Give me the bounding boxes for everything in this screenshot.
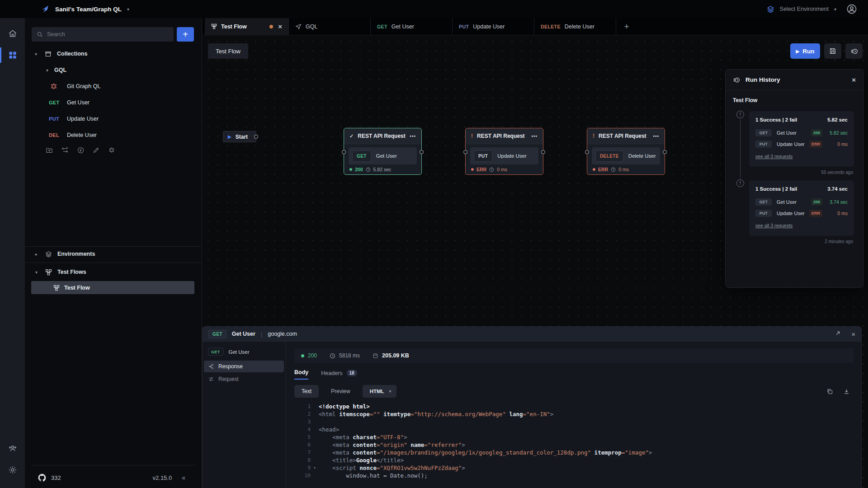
request-label: Delete User [67, 132, 97, 138]
layers-icon [45, 251, 52, 258]
lightning-icon[interactable] [77, 146, 85, 154]
home-nav-button[interactable] [0, 23, 25, 44]
flow-node-delete-user[interactable]: ! REST API Request ••• DELETE Delete Use… [587, 128, 665, 175]
new-tab-button[interactable]: + [616, 18, 637, 35]
status-code: 200 [355, 167, 363, 172]
node-menu-icon[interactable]: ••• [531, 134, 538, 139]
new-folder-icon[interactable] [46, 146, 53, 154]
method-badge: DELETE [541, 24, 561, 29]
save-button[interactable] [824, 43, 841, 59]
request-time: 0 ms [826, 141, 848, 147]
tab-headers[interactable]: Headers 18 [321, 370, 357, 380]
select-environment[interactable]: Select Environment [780, 6, 829, 12]
github-icon[interactable] [38, 473, 47, 482]
error-exclamation-icon: ! [593, 133, 594, 139]
tab-delete-user[interactable]: DELETE Delete User [534, 18, 616, 35]
output-port[interactable] [420, 150, 424, 154]
history-clock-icon [733, 76, 740, 84]
size-icon [373, 353, 378, 359]
run-entry-card[interactable]: 1 Success | 2 fail 3.74 sec GET Get User… [749, 180, 854, 236]
sidebar-item-test-flow[interactable]: Test Flow [31, 281, 194, 294]
status-code: ERR [598, 167, 608, 172]
github-stars[interactable]: 332 [51, 474, 61, 481]
see-all-requests-link[interactable]: see all 3 requests [755, 154, 793, 159]
tab-update-user[interactable]: PUT Update User [453, 18, 534, 35]
team-nav-button[interactable] [0, 437, 25, 459]
sidebar-item-collections[interactable]: ▾ Collections [25, 47, 202, 60]
nav-item-response[interactable]: Response [204, 361, 284, 372]
tab-label: Test Flow [221, 23, 247, 30]
status-badge: 200 [811, 198, 822, 206]
sidebar-item-delete-user[interactable]: DEL Delete User [25, 129, 202, 141]
request-name: Get User [777, 130, 797, 136]
input-port[interactable] [463, 150, 467, 154]
edit-icon[interactable] [93, 146, 100, 154]
view-controls: Text Preview HTML ▾ [294, 385, 854, 398]
timeline-marker: ! [736, 179, 744, 187]
format-dropdown[interactable]: HTML ▾ [363, 385, 396, 398]
node-request[interactable]: PUT Update User [470, 147, 538, 164]
duration: 0 ms [618, 167, 629, 172]
node-menu-icon[interactable]: ••• [410, 134, 416, 139]
close-panel-icon[interactable]: × [851, 330, 855, 338]
input-port[interactable] [342, 150, 346, 154]
close-icon[interactable]: × [852, 76, 856, 84]
run-button[interactable]: ▶ Run [790, 43, 820, 59]
expand-panel-icon[interactable] [834, 331, 840, 337]
sidebar-item-get-user[interactable]: GET Get User [25, 96, 202, 109]
add-button[interactable]: + [177, 27, 194, 42]
clock-icon [330, 353, 335, 359]
workspace-switcher[interactable]: Sanil's Team/Graph QL ▾ [0, 5, 129, 14]
settings-nav-button[interactable] [0, 459, 25, 481]
node-menu-icon[interactable]: ••• [653, 134, 659, 139]
sidebar-item-update-user[interactable]: PUT Update User [25, 113, 202, 125]
nav-request-header: GET Get User [204, 345, 284, 360]
start-node[interactable]: ▶ Start [223, 131, 256, 142]
tab-gql[interactable]: GQL [289, 18, 371, 35]
account-avatar[interactable] [846, 4, 857, 14]
main-area: Test Flow × GQL GET Get User PUT Update … [202, 18, 868, 488]
download-icon[interactable] [843, 388, 850, 395]
sidebar-item-environments[interactable]: ▸ Environments [25, 248, 202, 260]
collections-nav-button[interactable] [0, 44, 25, 66]
flow-icon [53, 285, 60, 291]
flow-node-get-user[interactable]: ✓ REST API Request ••• GET Get User 200 [344, 128, 422, 175]
run-entry-card[interactable]: 1 Success | 2 fail 5.82 sec GET Get User… [749, 111, 854, 167]
node-request[interactable]: GET Get User [349, 147, 417, 164]
output-port[interactable] [541, 150, 545, 154]
hexagram-settings-icon[interactable] [108, 146, 115, 154]
request-name: Update User [777, 141, 805, 147]
node-title: REST API Request [358, 133, 406, 139]
nav-item-request[interactable]: Request [204, 373, 284, 385]
flow-node-update-user[interactable]: ! REST API Request ••• PUT Update User E… [465, 128, 543, 175]
node-request[interactable]: DELETE Delete User [592, 147, 660, 164]
see-all-requests-link[interactable]: see all 3 requests [755, 223, 793, 228]
tab-get-user[interactable]: GET Get User [371, 18, 453, 35]
run-total-time: 5.82 sec [827, 117, 848, 122]
run-history-button[interactable] [845, 43, 863, 59]
code-area[interactable]: 1<!doctype html>2<html itemscope="" item… [294, 403, 854, 488]
view-preview-button[interactable]: Preview [331, 388, 350, 394]
request-name: Delete User [628, 153, 656, 159]
tab-body[interactable]: Body [294, 369, 308, 380]
copy-icon[interactable] [826, 388, 833, 395]
play-icon: ▶ [228, 134, 231, 139]
run-sequence-icon[interactable] [61, 146, 69, 154]
tab-test-flow[interactable]: Test Flow × [205, 18, 289, 35]
collection-box-icon [45, 51, 52, 57]
run-total-time: 3.74 sec [827, 186, 848, 192]
view-text-button[interactable]: Text [294, 385, 319, 398]
input-port[interactable] [585, 150, 589, 154]
tab-bar: Test Flow × GQL GET Get User PUT Update … [202, 18, 868, 35]
sidebar-item-git-graph-ql[interactable]: Git Graph QL [25, 80, 202, 93]
search-input[interactable] [47, 31, 169, 38]
sidebar-item-test-flows[interactable]: ▾ Test Flows [25, 266, 202, 278]
method-badge: GET [352, 150, 371, 162]
output-port[interactable] [663, 150, 667, 154]
sidebar-item-gql-collection[interactable]: ▾ GQL [25, 64, 202, 76]
run-timestamp: 55 seconds ago [821, 170, 853, 175]
collapse-sidebar-button[interactable]: « [182, 474, 185, 481]
output-port[interactable] [254, 135, 258, 139]
chevron-down-icon[interactable]: ▾ [834, 7, 836, 12]
close-tab-icon[interactable]: × [278, 23, 282, 30]
